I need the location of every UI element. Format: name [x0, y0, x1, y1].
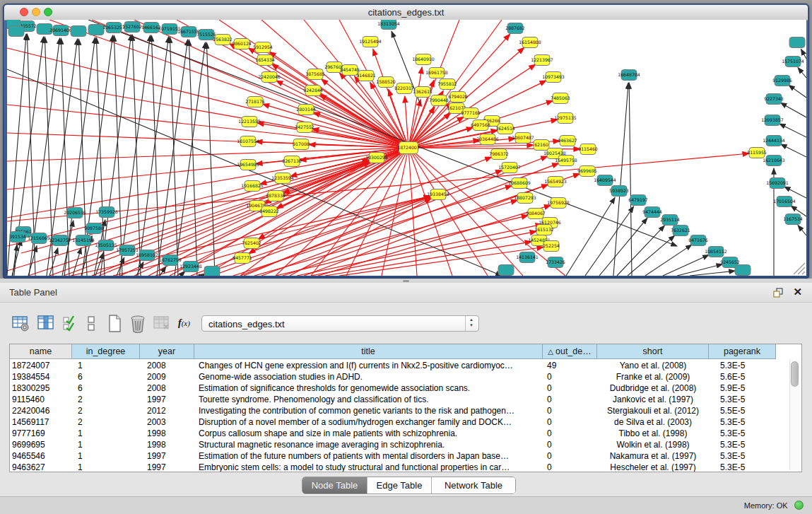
cell-title[interactable]: Estimation of the future numbers of pati…	[194, 450, 543, 462]
network-node[interactable]: 20364486	[476, 134, 499, 145]
network-node[interactable]: 16210643	[763, 156, 785, 166]
cell-name[interactable]: 9777169	[10, 428, 72, 439]
network-node[interactable]: 8267130	[282, 156, 302, 167]
cell-in_degree[interactable]: 1	[72, 450, 140, 462]
cell-pagerank[interactable]: 5.3E-5	[709, 439, 776, 450]
network-node[interactable]: 10854112	[705, 247, 727, 257]
cell-short[interactable]: Stergiakouli et al. (2012)	[597, 405, 709, 416]
tab-edge-table[interactable]: Edge Table	[367, 477, 432, 493]
cell-out_de[interactable]: 0	[543, 439, 597, 450]
network-node[interactable]: 391534	[9, 232, 26, 243]
network-node[interactable]: 9129986	[772, 76, 792, 86]
cell-out_de[interactable]: 0	[543, 371, 597, 382]
network-node[interactable]: 12213967	[531, 55, 553, 66]
network-node[interactable]: 19756928	[547, 198, 570, 209]
network-node[interactable]: 17016504	[773, 197, 796, 207]
network-node[interactable]: 9097588	[84, 223, 104, 234]
network-node[interactable]: 6794028	[448, 92, 468, 103]
cell-short[interactable]: Nakamura et al. (1997)	[597, 450, 709, 462]
network-node[interactable]: 19125494	[359, 37, 382, 47]
cell-title[interactable]: Corpus callosum shape and size in male p…	[194, 428, 543, 439]
cell-out_de[interactable]: 0	[543, 382, 597, 394]
network-node[interactable]: 18807293	[514, 193, 536, 204]
network-node[interactable]	[735, 265, 751, 276]
cell-title[interactable]: Tourette syndrome. Phenomenology and cla…	[194, 394, 543, 405]
network-node[interactable]: 6497568	[471, 120, 490, 131]
cell-short[interactable]: Franke et al. (2009)	[597, 371, 709, 382]
network-node[interactable]: 18300295	[365, 153, 388, 163]
table-select-dropdown[interactable]: citations_edges.txt ▲▼	[201, 315, 479, 332]
cell-title[interactable]: Structural magnetic resonance image aver…	[194, 439, 543, 450]
column-header-short[interactable]: short	[597, 344, 709, 359]
cell-name[interactable]: 9465546	[10, 450, 72, 462]
table-row[interactable]: 946554611997Estimation of the future num…	[10, 450, 790, 462]
network-node[interactable]: 7563822	[213, 35, 233, 45]
cell-year[interactable]: 1997	[140, 394, 194, 405]
network-node[interactable]: 7485063	[551, 93, 570, 104]
cell-out_de[interactable]: 0	[543, 394, 597, 405]
cell-in_degree[interactable]: 2	[72, 405, 140, 416]
cell-year[interactable]: 1998	[140, 428, 194, 439]
network-node[interactable]: 2935114	[660, 215, 680, 226]
network-node[interactable]: 9457771	[233, 253, 252, 264]
network-node[interactable]: 8498222	[259, 206, 279, 217]
column-header-year[interactable]: year	[140, 344, 194, 359]
cell-name[interactable]: 9699695	[10, 439, 72, 450]
cell-pagerank[interactable]: 5.9E-5	[709, 382, 776, 394]
network-node[interactable]: 9463627	[558, 136, 577, 146]
network-node[interactable]: 16409544	[594, 175, 616, 186]
network-node[interactable]: 22420046	[258, 72, 281, 83]
network-node[interactable]: 18107554	[237, 136, 259, 147]
cell-name[interactable]: 19384554	[10, 371, 72, 382]
network-node[interactable]: 19338454	[427, 189, 449, 200]
network-node[interactable]: 12444134	[763, 136, 785, 146]
table-row[interactable]: 969969511998Structural magnetic resonanc…	[10, 439, 790, 450]
cell-year[interactable]: 2012	[140, 405, 194, 416]
tab-network-table[interactable]: Network Table	[432, 477, 515, 493]
cell-year[interactable]: 2008	[140, 382, 194, 394]
cell-pagerank[interactable]: 5.3E-5	[709, 428, 776, 439]
cell-out_de[interactable]: 0	[543, 428, 597, 439]
cell-in_degree[interactable]: 6	[72, 371, 140, 382]
network-node[interactable]: 3624514	[495, 124, 515, 134]
network-node[interactable]: 9777169	[461, 108, 481, 119]
network-node[interactable]: 15692091	[766, 178, 789, 189]
cell-title[interactable]: Changes of HCN gene expression and I(f) …	[194, 360, 543, 371]
network-node[interactable]: 5938923	[609, 186, 629, 197]
cell-title[interactable]: Investigating the contribution of common…	[194, 405, 543, 416]
network-node[interactable]: 10653257	[102, 23, 125, 33]
cell-pagerank[interactable]: 5.3E-5	[709, 416, 776, 428]
network-node[interactable]: 10807487	[512, 133, 534, 144]
network-node[interactable]: 12975135	[554, 113, 577, 124]
network-node[interactable]: 62160	[534, 140, 549, 151]
network-node[interactable]: 16961758	[425, 68, 448, 78]
network-node[interactable]: 917008	[293, 139, 310, 150]
network-node[interactable]: 9699695	[577, 166, 597, 177]
network-node[interactable]: 7632621	[671, 226, 690, 236]
network-node[interactable]	[8, 26, 24, 37]
network-node[interactable]: 2803144	[296, 105, 316, 115]
table-row[interactable]: 1872400712008Changes of HCN gene express…	[10, 360, 790, 371]
cell-year[interactable]: 1997	[140, 450, 194, 462]
network-node[interactable]: 15751074	[782, 57, 804, 67]
network-node[interactable]: 12342757	[49, 235, 71, 246]
table-scrollbar[interactable]	[789, 360, 800, 470]
cell-pagerank[interactable]: 5.3E-5	[709, 360, 776, 371]
cell-pagerank[interactable]: 5.3E-5	[709, 462, 776, 472]
network-node[interactable]: 7955812	[437, 79, 457, 90]
column-header-out_de[interactable]: △out_de…	[543, 344, 597, 359]
cell-year[interactable]: 2003	[140, 416, 194, 428]
cell-in_degree[interactable]: 2	[72, 416, 140, 428]
network-window-titlebar[interactable]: citations_edges.txt	[4, 5, 808, 21]
network-canvas[interactable]: 1872400724055722069140610653257152760294…	[7, 20, 806, 276]
cell-short[interactable]: Yano et al. (2008)	[597, 360, 709, 371]
table-mode-button[interactable]	[11, 314, 31, 334]
cell-out_de[interactable]: 0	[543, 450, 597, 462]
network-node[interactable]: 2887682	[505, 23, 525, 34]
network-node[interactable]: 1588520	[376, 77, 396, 88]
network-node[interactable]: 15495758	[555, 156, 577, 166]
cell-name[interactable]: 18724007	[10, 360, 72, 371]
network-node[interactable]: 8471676	[688, 235, 708, 246]
network-node[interactable]: 10688609	[508, 178, 531, 189]
network-node-hub[interactable]: 18724007	[397, 142, 420, 154]
